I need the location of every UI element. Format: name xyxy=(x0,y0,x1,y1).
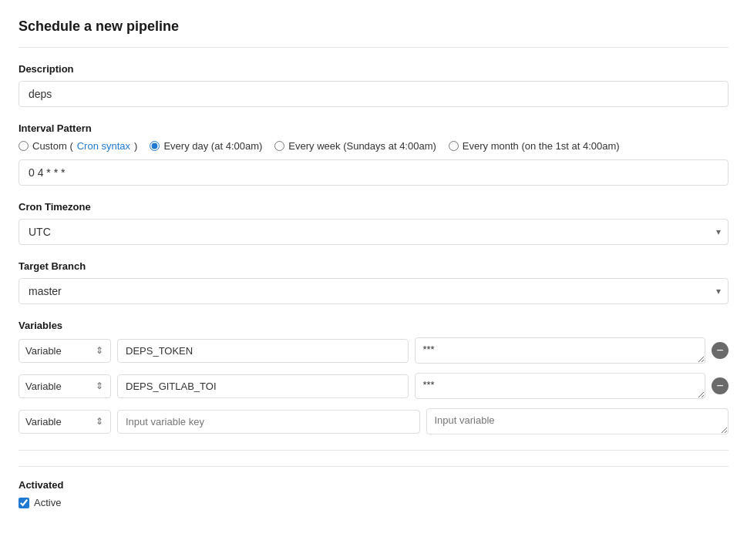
cron-syntax-link[interactable]: Cron syntax xyxy=(77,140,130,152)
variable-key-input-2[interactable] xyxy=(117,374,409,398)
variable-row: Variable File ⇕ *** − xyxy=(19,337,728,364)
description-field: Description xyxy=(19,63,728,107)
variable-type-select-2[interactable]: Variable File xyxy=(19,374,111,398)
radio-custom-paren: ) xyxy=(134,140,137,152)
target-branch-label: Target Branch xyxy=(19,260,728,272)
variable-type-select-1[interactable]: Variable File xyxy=(19,339,111,363)
variables-label: Variables xyxy=(19,320,728,331)
radio-option-every-month[interactable]: Every month (on the 1st at 4:00am) xyxy=(449,140,620,152)
radio-option-every-day[interactable]: Every day (at 4:00am) xyxy=(150,140,262,152)
remove-icon-2: − xyxy=(716,380,723,392)
variables-section: Variables Variable File ⇕ *** − Variable… xyxy=(19,320,728,434)
radio-every-week[interactable] xyxy=(274,141,284,151)
interval-pattern-label: Interval Pattern xyxy=(19,122,728,134)
radio-every-month[interactable] xyxy=(449,141,459,151)
radio-every-week-label: Every week (Sundays at 4:00am) xyxy=(288,140,436,152)
active-checkbox[interactable] xyxy=(19,498,29,508)
variable-key-input-1[interactable] xyxy=(117,339,409,363)
interval-pattern-field: Interval Pattern Custom (Cron syntax) Ev… xyxy=(19,122,728,186)
variable-type-select-3[interactable]: Variable File xyxy=(19,410,111,434)
radio-option-custom[interactable]: Custom (Cron syntax) xyxy=(19,140,137,152)
variable-row: Variable File ⇕ *** − xyxy=(19,373,728,399)
cron-timezone-field: Cron Timezone UTC America/New_York Ameri… xyxy=(19,201,728,245)
radio-custom[interactable] xyxy=(19,141,29,151)
variable-remove-button-2[interactable]: − xyxy=(712,377,728,394)
radio-every-day[interactable] xyxy=(150,141,160,151)
cron-timezone-wrapper: UTC America/New_York America/Los_Angeles… xyxy=(19,219,728,245)
activated-section: Activated Active xyxy=(19,466,728,508)
cron-value-input[interactable] xyxy=(19,159,728,186)
variable-key-input-3[interactable] xyxy=(117,410,420,434)
radio-option-every-week[interactable]: Every week (Sundays at 4:00am) xyxy=(274,140,436,152)
target-branch-wrapper: master main develop staging ▾ xyxy=(19,278,728,304)
variable-type-wrapper-3: Variable File ⇕ xyxy=(19,410,111,434)
variable-type-wrapper-2: Variable File ⇕ xyxy=(19,374,111,398)
variable-row: Variable File ⇕ xyxy=(19,408,728,434)
variable-value-input-1[interactable]: *** xyxy=(415,337,706,364)
target-branch-select[interactable]: master main develop staging xyxy=(19,278,728,304)
active-checkbox-text: Active xyxy=(34,497,61,508)
description-input[interactable] xyxy=(19,81,728,107)
radio-every-day-label: Every day (at 4:00am) xyxy=(163,140,262,152)
cron-timezone-label: Cron Timezone xyxy=(19,201,728,213)
cron-timezone-select[interactable]: UTC America/New_York America/Los_Angeles… xyxy=(19,219,728,245)
radio-every-month-label: Every month (on the 1st at 4:00am) xyxy=(463,140,620,152)
page-title: Schedule a new pipeline xyxy=(19,18,728,35)
remove-icon-1: − xyxy=(716,344,723,357)
activated-label: Activated xyxy=(19,479,728,491)
description-label: Description xyxy=(19,63,728,75)
target-branch-field: Target Branch master main develop stagin… xyxy=(19,260,728,304)
variable-remove-button-1[interactable]: − xyxy=(712,342,728,359)
interval-pattern-options: Custom (Cron syntax) Every day (at 4:00a… xyxy=(19,140,728,152)
radio-custom-label: Custom ( xyxy=(32,140,73,152)
active-checkbox-label[interactable]: Active xyxy=(19,497,728,508)
variable-value-input-2[interactable]: *** xyxy=(415,373,706,399)
variable-type-wrapper-1: Variable File ⇕ xyxy=(19,339,111,363)
variable-value-input-3[interactable] xyxy=(426,408,729,434)
